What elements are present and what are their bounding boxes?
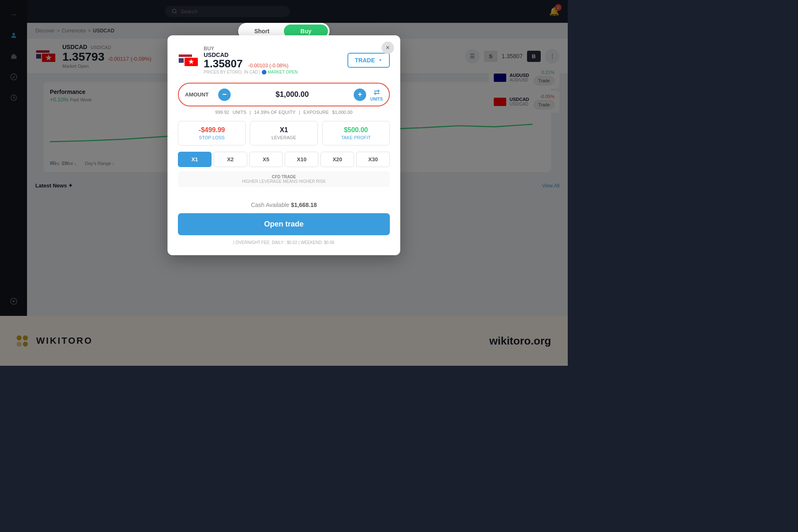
modal-spacer <box>178 193 390 202</box>
cfd-note-text: HIGHER LEVERAGE MEANS HIGHER RISK <box>181 179 387 184</box>
amount-plus-button[interactable]: + <box>354 89 366 101</box>
leverage-x1-btn[interactable]: X1 <box>178 152 212 167</box>
cash-available: Cash Available $1,668.18 <box>178 202 390 208</box>
cfd-note: CFD TRADE HIGHER LEVERAGE MEANS HIGHER R… <box>178 171 390 187</box>
chevron-down-icon <box>378 58 382 62</box>
open-trade-button[interactable]: Open trade <box>178 213 390 235</box>
amount-minus-button[interactable]: − <box>218 89 231 101</box>
modal-price-change: -0.00103 (-0.08%) <box>248 63 288 69</box>
stop-loss-label: STOP LOSS <box>183 135 240 140</box>
overnight-fee: | OVERNIGHT FEE: DAILY : $0.02 | WEEKEND… <box>178 240 390 245</box>
modal-prices-by: PRICES BY ETORO, IN CAD | 🔵 MARKET OPEN <box>204 70 298 74</box>
take-profit-card[interactable]: $500.00 TAKE PROFIT <box>322 121 390 145</box>
leverage-x20-btn[interactable]: X20 <box>320 152 354 167</box>
modal-buy-label: BUY <box>204 46 298 52</box>
modal-asset-info: BUY USDCAD 1.35807 -0.00103 (-0.08%) PRI… <box>204 46 298 74</box>
amount-label: AMOUNT <box>185 91 214 98</box>
units-label: UNITS <box>370 97 383 101</box>
modal-body: × BUY USDCAD 1.35807 -0.00103 (-0.08%) P… <box>167 35 400 255</box>
modal-trade-dropdown: TRADE <box>347 53 390 68</box>
stop-loss-card[interactable]: -$499.99 STOP LOSS <box>178 121 246 145</box>
amount-subinfo: 999.92 UNITS | 14.39% OF EQUITY | EXPOSU… <box>178 110 390 115</box>
units-icon: ⇄ <box>374 88 380 97</box>
sl-tp-row: -$499.99 STOP LOSS X1 LEVERAGE $500.00 T… <box>178 121 390 145</box>
amount-input[interactable] <box>235 90 350 99</box>
amount-section: AMOUNT − + ⇄ UNITS <box>178 83 390 106</box>
trade-modal: Short Buy × BUY USDCAD 1.35807 -0.00103 … <box>167 23 400 255</box>
units-toggle[interactable]: ⇄ UNITS <box>370 88 383 101</box>
modal-flags <box>178 54 199 67</box>
leverage-x30-btn[interactable]: X30 <box>356 152 390 167</box>
modal-market-open: 🔵 MARKET OPEN <box>261 70 298 74</box>
cash-amount: $1,668.18 <box>291 202 317 208</box>
leverage-buttons: X1 X2 X5 X10 X20 X30 <box>178 152 390 167</box>
leverage-x5-btn[interactable]: X5 <box>249 152 283 167</box>
leverage-card[interactable]: X1 LEVERAGE <box>250 121 318 145</box>
modal-asset-price: 1.35807 -0.00103 (-0.08%) <box>204 58 298 69</box>
exposure: EXPOSURE $1,000.00 <box>303 110 355 115</box>
cfd-title: CFD TRADE <box>181 175 387 179</box>
leverage-x10-btn[interactable]: X10 <box>285 152 318 167</box>
equity-pct: 14.39% OF EQUITY <box>254 110 296 115</box>
leverage-x2-btn[interactable]: X2 <box>214 152 247 167</box>
modal-header: BUY USDCAD 1.35807 -0.00103 (-0.08%) PRI… <box>178 46 390 74</box>
close-button[interactable]: × <box>382 42 394 54</box>
stop-loss-value: -$499.99 <box>183 126 240 134</box>
take-profit-label: TAKE PROFIT <box>328 135 384 140</box>
units-count: 999.92 UNITS <box>213 110 246 115</box>
leverage-value: X1 <box>255 126 312 134</box>
trade-dropdown-btn[interactable]: TRADE <box>347 53 390 68</box>
leverage-label: LEVERAGE <box>255 135 312 140</box>
take-profit-value: $500.00 <box>328 126 384 134</box>
